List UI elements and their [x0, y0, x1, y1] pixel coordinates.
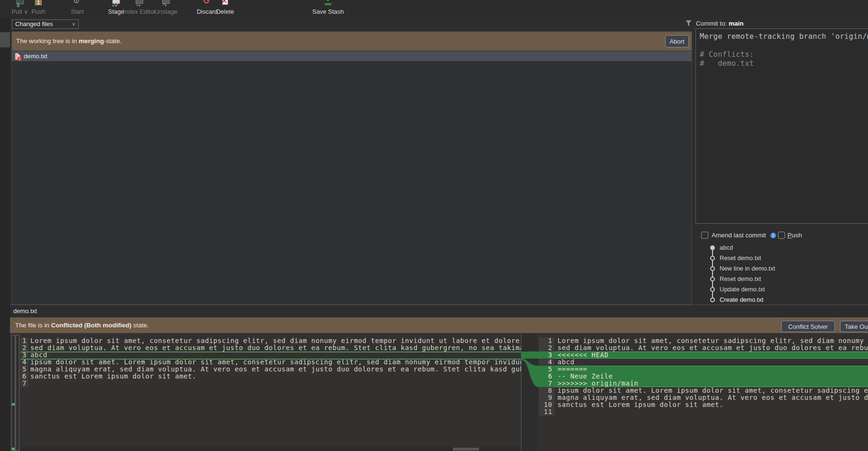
line-text: abcd — [555, 359, 868, 366]
line-number: 5 — [539, 366, 555, 373]
pull-icon — [14, 0, 26, 7]
diff-minimap-scrollbar[interactable] — [11, 335, 15, 451]
info-icon — [770, 233, 776, 238]
commit-message-input[interactable]: Merge remote-tracking branch 'origin/m #… — [695, 28, 868, 224]
commit-history-item[interactable]: abcd — [708, 243, 868, 253]
conflict-separator-line — [20, 359, 521, 360]
diff-pane-left[interactable]: 1 Lorem ipsum dolor sit amet, consetetur… — [10, 333, 521, 451]
discard-icon — [201, 0, 213, 7]
line-number: 4 — [20, 359, 28, 366]
conflict-map-marker — [12, 448, 15, 450]
toolbar-button-label: Start — [65, 8, 89, 15]
code-line: 9 magna aliquyam erat, sed diam voluptua… — [539, 394, 868, 401]
conflict-badge-icon — [18, 57, 22, 61]
app-window: Pull ∨ Push Start Stage Index Editor — [0, 0, 868, 451]
file-name: demo.txt — [24, 53, 47, 60]
line-text: >>>>>>> origin/main — [555, 380, 868, 387]
abort-button[interactable]: Abort — [665, 35, 689, 47]
line-text: -- Neue Zeile — [555, 373, 868, 380]
line-text: sanctus est Lorem ipsum dolor sit amet. — [555, 401, 868, 408]
line-text: abcd — [28, 352, 521, 359]
code-lines-left: 1 Lorem ipsum dolor sit amet, consetetur… — [20, 337, 521, 446]
code-line: 7 >>>>>>> origin/main — [539, 380, 868, 387]
save-stash-icon — [322, 0, 334, 7]
line-number: 7 — [539, 380, 555, 387]
commit-history-label: abcd — [720, 244, 733, 251]
code-line: 6 -- Neue Zeile — [539, 373, 868, 380]
chevron-down-icon: ∨ — [72, 20, 75, 28]
toolbar-button[interactable]: Index Editor — [122, 0, 156, 18]
changed-files-dropdown[interactable]: Changed files ∨ — [12, 19, 79, 29]
commit-graph-node-icon — [710, 266, 715, 271]
filter-funnel-icon[interactable] — [685, 20, 692, 28]
code-line: 10 sanctus est Lorem ipsum dolor sit ame… — [539, 401, 868, 408]
push-checkbox-label: Push — [787, 232, 802, 239]
toolbar-button[interactable]: Push — [27, 0, 49, 18]
line-number: 3 — [539, 352, 555, 359]
line-number: 5 — [20, 366, 28, 373]
commit-graph-node-icon — [710, 287, 715, 292]
commit-history-item[interactable]: Create demo.txt — [708, 295, 868, 305]
line-number: 7 — [20, 380, 28, 387]
conflict-separator-line — [20, 352, 521, 352]
code-line: 1 Lorem ipsum dolor sit amet, consetetur… — [539, 337, 868, 344]
line-number: 4 — [539, 359, 555, 366]
commit-history-label: Reset demo.txt — [720, 275, 761, 282]
commit-history-item[interactable]: Reset demo.txt — [708, 274, 868, 284]
diff-minimap-column[interactable] — [16, 335, 19, 451]
toolbar-button[interactable]: Save Stash — [311, 0, 345, 18]
unstage-icon — [160, 0, 172, 7]
line-number: 10 — [539, 401, 555, 408]
code-line: 5 magna aliquyam erat, sed diam voluptua… — [20, 366, 521, 373]
line-text: ipsum dolor sit amet. Lorem ipsum dolor … — [28, 359, 521, 366]
line-number: 8 — [539, 387, 555, 394]
file-list-item[interactable]: demo.txt — [12, 51, 692, 61]
commit-graph-node-icon — [710, 277, 715, 281]
dock-strip-segment[interactable] — [0, 32, 10, 47]
commit-history-item[interactable]: New line in demo.txt — [708, 263, 868, 274]
code-line: 1 Lorem ipsum dolor sit amet, consetetur… — [20, 337, 521, 344]
code-line: 8 ipsum dolor sit amet. Lorem ipsum dolo… — [539, 387, 868, 394]
toolbar-button-label: Save Stash — [311, 8, 345, 15]
diff-view: 1 Lorem ipsum dolor sit amet, consetetur… — [10, 333, 868, 451]
code-line: 4 abcd — [539, 359, 868, 366]
push-icon — [33, 0, 44, 7]
line-text — [28, 380, 521, 387]
amend-last-commit-checkbox[interactable] — [701, 232, 708, 239]
push-checkbox[interactable] — [778, 232, 785, 239]
commit-graph-node-icon — [710, 298, 715, 302]
line-number: 1 — [539, 337, 555, 344]
code-line: 11 — [539, 408, 868, 415]
take-ours-button[interactable]: Take Ou — [840, 321, 868, 332]
index-editor-icon — [134, 0, 145, 7]
line-text: magna aliquyam erat, sed diam voluptua. … — [28, 366, 521, 373]
horizontal-scrollbar[interactable] — [20, 447, 521, 451]
line-number: 6 — [539, 373, 555, 380]
conflict-solver-button[interactable]: Conflict Solver — [781, 321, 835, 332]
commit-history-list: abcd Reset demo.txt New line in demo.txt… — [708, 243, 868, 305]
code-line: 7 — [20, 380, 521, 387]
toolbar-button[interactable]: Start — [65, 0, 89, 18]
scrollbar-thumb[interactable] — [453, 448, 479, 451]
commit-history-label: Update demo.txt — [720, 286, 765, 293]
line-number: 2 — [20, 344, 28, 352]
diff-connector-strip — [521, 333, 539, 451]
conflicted-file-icon — [15, 53, 20, 60]
code-line: 4 ipsum dolor sit amet. Lorem ipsum dolo… — [20, 359, 521, 366]
branch-name: main — [729, 20, 744, 27]
diff-pane-right[interactable]: 1 Lorem ipsum dolor sit amet, consetetur… — [539, 333, 868, 451]
commit-history-item[interactable]: Reset demo.txt — [708, 253, 868, 263]
toolbar-button[interactable]: Unstage — [154, 0, 178, 18]
changed-files-dropdown-label: Changed files — [15, 20, 53, 27]
commit-history-item[interactable]: Update demo.txt — [708, 284, 868, 295]
commit-message-line: # demo.txt — [700, 59, 864, 68]
line-number: 2 — [539, 344, 555, 352]
line-text: Lorem ipsum dolor sit amet, consetetur s… — [28, 337, 521, 344]
code-line: 5 ======= — [539, 366, 868, 373]
line-number: 9 — [539, 394, 555, 401]
toolbar-button[interactable]: Delete — [214, 0, 236, 18]
conflicted-state-banner: The file is in Conflicted (Both modified… — [10, 317, 868, 333]
toolbar-button-label: Push — [27, 8, 49, 15]
code-line: 2 sed diam voluptua. At vero eos et accu… — [539, 344, 868, 352]
line-text: ipsum dolor sit amet. Lorem ipsum dolor … — [555, 387, 868, 394]
